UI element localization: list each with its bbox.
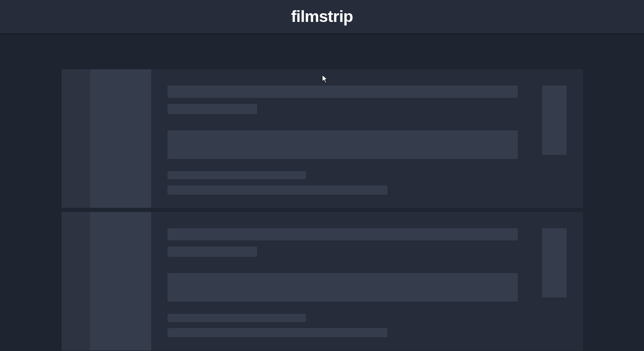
meta-placeholder-1 — [167, 171, 306, 179]
card-body — [151, 212, 583, 350]
app-title: filmstrip — [291, 7, 353, 26]
card-body — [151, 69, 583, 208]
title-placeholder — [167, 228, 518, 240]
meta-placeholder-2 — [167, 328, 387, 337]
poster-placeholder-inner — [90, 212, 151, 350]
poster-placeholder-outer — [62, 212, 151, 350]
rating-placeholder — [542, 228, 567, 298]
skeleton-card — [62, 69, 583, 208]
subtitle-placeholder — [167, 247, 257, 257]
title-placeholder — [167, 86, 518, 98]
poster-placeholder-outer — [62, 69, 151, 208]
rating-placeholder — [542, 86, 567, 155]
content-area — [0, 35, 644, 350]
poster-placeholder-inner — [90, 69, 151, 208]
description-placeholder — [167, 130, 518, 159]
description-placeholder — [167, 273, 518, 302]
meta-placeholder-2 — [167, 185, 387, 195]
subtitle-placeholder — [167, 104, 257, 114]
meta-placeholder-1 — [167, 314, 306, 322]
skeleton-card — [62, 212, 583, 350]
app-header: filmstrip — [0, 0, 644, 35]
